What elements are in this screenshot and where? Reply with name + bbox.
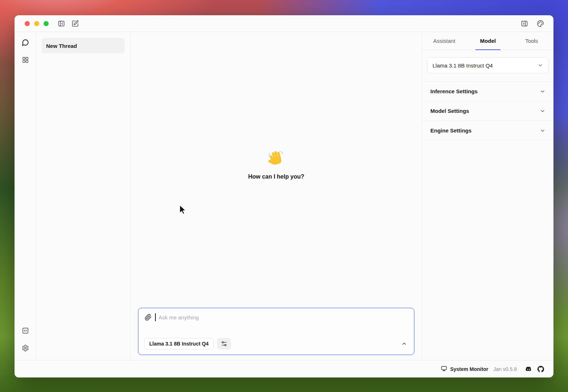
inference-settings-section[interactable]: Inference Settings [422,82,553,101]
settings-gear-icon[interactable] [21,344,29,352]
minimize-window-button[interactable] [34,21,39,26]
chevron-down-icon [537,62,543,68]
icon-rail [15,32,36,360]
zoom-window-button[interactable] [44,21,49,26]
waving-hand-emoji [267,149,286,168]
composer-model-selector[interactable]: Llama 3.1 8B Instruct Q4 [144,338,214,350]
thread-title: New Thread [46,43,77,49]
system-monitor-button[interactable]: System Monitor [441,366,488,373]
model-select-value: Llama 3.1 8B Instruct Q4 [433,62,493,69]
model-settings-label: Model Settings [430,108,469,114]
composer-model-label: Llama 3.1 8B Instruct Q4 [149,341,208,347]
engine-settings-label: Engine Settings [430,127,471,134]
tab-model[interactable]: Model [466,32,510,50]
discord-icon[interactable] [525,366,532,373]
close-window-button[interactable] [25,21,30,26]
github-icon[interactable] [537,366,544,373]
status-bar: System Monitor Jan v0.5.8 [15,360,553,377]
greeting-text: How can I help you? [248,173,304,180]
app-version-label: Jan v0.5.8 [493,366,517,372]
thread-list-panel: New Thread [36,32,130,360]
chevron-down-icon [540,89,545,94]
tab-tools[interactable]: Tools [510,32,553,50]
titlebar [15,15,553,32]
right-settings-panel: Assistant Model Tools Llama 3.1 8B Instr… [422,32,553,360]
panel-left-collapse-icon[interactable] [57,20,65,28]
paperclip-icon[interactable] [144,313,152,321]
chevron-up-icon[interactable] [400,340,408,348]
panel-right-toggle-icon[interactable] [520,20,528,28]
jan-app-window: New Thread How can [15,15,553,377]
model-select-dropdown[interactable]: Llama 3.1 8B Instruct Q4 [427,57,549,73]
text-caret [155,313,156,321]
local-api-server-icon[interactable] [21,327,29,335]
new-thread-edit-icon[interactable] [71,20,79,28]
theme-palette-icon[interactable] [536,20,544,28]
engine-settings-section[interactable]: Engine Settings [422,121,553,140]
chevron-down-icon [540,128,545,134]
hub-grid-icon[interactable] [21,56,29,64]
mouse-cursor [178,204,187,215]
inference-settings-label: Inference Settings [430,88,478,94]
chat-threads-icon[interactable] [21,38,29,46]
message-composer: Llama 3.1 8B Instruct Q4 [138,308,414,355]
traffic-lights [25,21,49,26]
message-input[interactable] [159,314,409,320]
chevron-down-icon [540,108,545,114]
empty-state-greeting: How can I help you? [130,149,422,180]
system-monitor-label: System Monitor [450,366,488,372]
model-settings-section[interactable]: Model Settings [422,101,553,121]
monitor-icon [441,366,447,373]
thread-list-item[interactable]: New Thread [42,38,125,53]
tab-assistant[interactable]: Assistant [422,32,466,50]
sliders-icon[interactable] [217,338,231,350]
chat-main-area: How can I help you? Llama 3.1 8B Instruc… [130,32,422,360]
right-panel-tabs: Assistant Model Tools [422,32,553,50]
